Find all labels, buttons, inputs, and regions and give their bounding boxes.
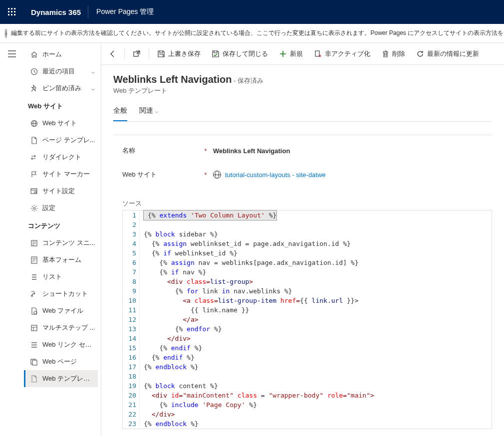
- save-close-button[interactable]: 保存して閉じる: [207, 45, 273, 63]
- code-line[interactable]: 10 <a class=list-group-item href={{ link…: [123, 296, 492, 305]
- line-number: 14: [123, 334, 140, 343]
- code-line[interactable]: 15 {% endif %}: [123, 343, 492, 353]
- command-bar: 上書き保存 保存して閉じる 新規 非アクティブ化 削除 最新の情報に更新: [101, 43, 504, 65]
- svg-rect-8: [14, 14, 15, 15]
- sidebar-item-linkset[interactable]: Web リンク セット: [24, 336, 98, 353]
- code-line[interactable]: 20 <div id="mainContent" class = "wrappe…: [123, 391, 492, 400]
- code-line[interactable]: 6 {% assign nav = weblinks[page.adx_navi…: [123, 258, 492, 267]
- sidebar-item-list[interactable]: リスト: [24, 268, 98, 285]
- code-line[interactable]: 4 {% assign weblinkset_id = page.adx_nav…: [123, 239, 492, 248]
- code-line[interactable]: 7 {% if nav %}: [123, 267, 492, 277]
- line-number: 6: [123, 258, 140, 267]
- sidebar-item-globe[interactable]: Web サイト: [24, 115, 98, 132]
- code-text[interactable]: {% assign weblinkset_id = page.adx_navig…: [140, 239, 492, 248]
- code-text[interactable]: <div class=list-group>: [140, 277, 492, 286]
- line-number: 9: [123, 286, 140, 296]
- code-text[interactable]: {% extends 'Two Column Layout' %}: [140, 211, 492, 220]
- svg-point-19: [33, 207, 35, 209]
- code-text[interactable]: [140, 220, 492, 229]
- code-text[interactable]: {% block content %}: [140, 381, 492, 391]
- code-line[interactable]: 12 </a>: [123, 315, 492, 324]
- code-text[interactable]: </a>: [140, 315, 492, 324]
- sidebar-item-gear[interactable]: 設定: [24, 200, 98, 217]
- code-text[interactable]: <div id="mainContent" class = "wrapper-b…: [140, 391, 492, 400]
- code-line[interactable]: 21 {% include 'Page Copy' %}: [123, 400, 492, 410]
- code-text[interactable]: [140, 372, 492, 381]
- line-number: 13: [123, 324, 140, 334]
- sidebar-item-sitesettings[interactable]: サイト設定: [24, 183, 98, 200]
- code-line[interactable]: 5 {% if weblinkset_id %}: [123, 248, 492, 258]
- sidebar-item-pin[interactable]: ピン留め済み⌵: [24, 80, 98, 97]
- code-text[interactable]: {% endif %}: [140, 343, 492, 353]
- code-line[interactable]: 11 {{ link.name }}: [123, 305, 492, 315]
- sidebar-item-template[interactable]: Web テンプレート: [24, 370, 98, 387]
- globe-icon: [213, 171, 221, 179]
- code-line[interactable]: 23{% endblock %}: [123, 419, 492, 429]
- app-name-label[interactable]: Power Pages 管理: [88, 7, 162, 16]
- code-text[interactable]: <a class=list-group-item href={{ link.ur…: [140, 296, 492, 305]
- svg-rect-27: [134, 52, 138, 56]
- code-text[interactable]: {% assign nav = weblinks[page.adx_naviga…: [140, 258, 492, 267]
- deactivate-button[interactable]: 非アクティブ化: [309, 45, 375, 63]
- sidebar-item-home[interactable]: ホーム: [24, 46, 98, 63]
- sidebar-item-clock[interactable]: 最近の項目⌵: [24, 63, 98, 80]
- sidebar-item-webpage[interactable]: Web ページ: [24, 353, 98, 370]
- code-line[interactable]: 3{% block sidebar %}: [123, 229, 492, 239]
- code-line[interactable]: 19{% block content %}: [123, 381, 492, 391]
- code-line[interactable]: 14 </div>: [123, 334, 492, 343]
- save-button[interactable]: 上書き保存: [152, 45, 206, 63]
- sidebar-item-shortcut[interactable]: ショートカット: [24, 285, 98, 302]
- sidebar-item-redirect[interactable]: リダイレクト: [24, 149, 98, 166]
- chevron-down-icon: ⌵: [91, 85, 96, 92]
- code-text[interactable]: {% endblock %}: [140, 362, 492, 372]
- field-name-value[interactable]: Weblinks Left Navigation: [209, 147, 290, 155]
- sidebar-item-label: Web サイト: [42, 119, 96, 128]
- code-text[interactable]: {% endif %}: [140, 353, 492, 362]
- svg-point-18: [34, 191, 36, 193]
- code-line[interactable]: 18: [123, 372, 492, 381]
- sidebar-item-multistep[interactable]: マルチステップ ...: [24, 319, 98, 336]
- code-line[interactable]: 9 {% for link in nav.weblinks %}: [123, 286, 492, 296]
- code-text[interactable]: </div>: [140, 334, 492, 343]
- code-text[interactable]: {{ link.name }}: [140, 305, 492, 315]
- code-text[interactable]: {% block sidebar %}: [140, 229, 492, 239]
- code-text[interactable]: {% for link in nav.weblinks %}: [140, 286, 492, 296]
- form-tabs: 全般 関連 ⌵: [113, 106, 492, 122]
- sidebar-item-form[interactable]: 基本フォーム: [24, 251, 98, 268]
- back-button[interactable]: [103, 45, 121, 63]
- app-launcher-icon[interactable]: [0, 0, 24, 24]
- sidebar-item-webfile[interactable]: Web ファイル: [24, 302, 98, 319]
- code-text[interactable]: {% include 'Page Copy' %}: [140, 400, 492, 410]
- sidebar-item-snippet[interactable]: コンテンツ スニ...: [24, 234, 98, 251]
- code-line[interactable]: 17{% endblock %}: [123, 362, 492, 372]
- code-line[interactable]: 8 <div class=list-group>: [123, 277, 492, 286]
- code-text[interactable]: {% if weblinkset_id %}: [140, 248, 492, 258]
- sidebar-item-page[interactable]: ページ テンプレ...: [24, 132, 98, 149]
- open-new-window-button[interactable]: [128, 45, 146, 63]
- code-line[interactable]: 13 {% endfor %}: [123, 324, 492, 334]
- brand-label[interactable]: Dynamics 365: [24, 6, 88, 18]
- tab-related[interactable]: 関連 ⌵: [139, 106, 158, 121]
- sidebar-item-marker[interactable]: サイト マーカー: [24, 166, 98, 183]
- sidebar-item-label: 最近の項目: [42, 67, 91, 76]
- webpage-icon: [25, 358, 42, 366]
- code-line[interactable]: 2: [123, 220, 492, 229]
- pin-icon: [25, 85, 42, 92]
- nav-collapse-button[interactable]: [0, 43, 24, 65]
- code-text[interactable]: {% endfor %}: [140, 324, 492, 334]
- code-line[interactable]: 16 {% endif %}: [123, 353, 492, 362]
- code-line[interactable]: 1{% extends 'Two Column Layout' %}: [123, 211, 492, 220]
- tab-general[interactable]: 全般: [113, 106, 127, 121]
- refresh-button[interactable]: 最新の情報に更新: [411, 45, 484, 63]
- chevron-down-icon: ⌵: [91, 68, 96, 75]
- code-line[interactable]: 22 </div>: [123, 410, 492, 419]
- code-text[interactable]: </div>: [140, 410, 492, 419]
- save-close-label: 保存して閉じる: [223, 49, 268, 58]
- source-code-editor[interactable]: 1{% extends 'Two Column Layout' %}2 3{% …: [122, 210, 492, 429]
- new-button[interactable]: 新規: [274, 45, 308, 63]
- sidebar-item-label: Web テンプレート: [42, 374, 96, 383]
- delete-button[interactable]: 削除: [376, 45, 410, 63]
- field-website-value[interactable]: tutorial-custom-layouts - site-datwe: [209, 171, 326, 179]
- code-text[interactable]: {% endblock %}: [140, 419, 492, 429]
- code-text[interactable]: {% if nav %}: [140, 267, 492, 277]
